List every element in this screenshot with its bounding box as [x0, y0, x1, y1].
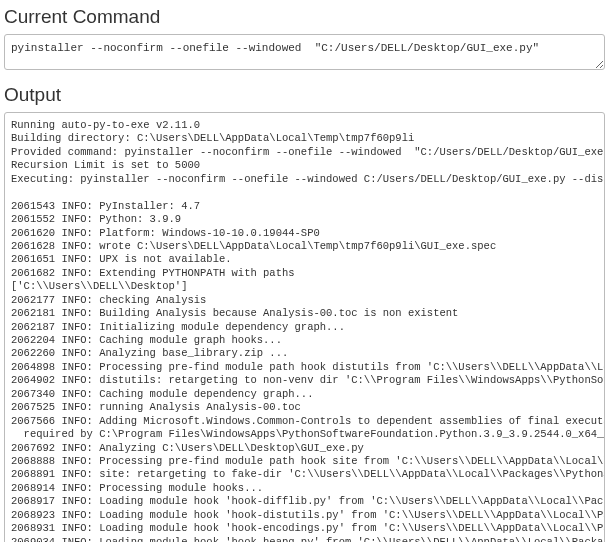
output-section: Output Running auto-py-to-exe v2.11.0 Bu… — [4, 84, 605, 542]
current-command-input[interactable] — [4, 34, 605, 70]
current-command-title: Current Command — [4, 6, 605, 28]
current-command-section: Current Command — [4, 6, 605, 74]
output-log[interactable]: Running auto-py-to-exe v2.11.0 Building … — [4, 112, 605, 542]
output-title: Output — [4, 84, 605, 106]
